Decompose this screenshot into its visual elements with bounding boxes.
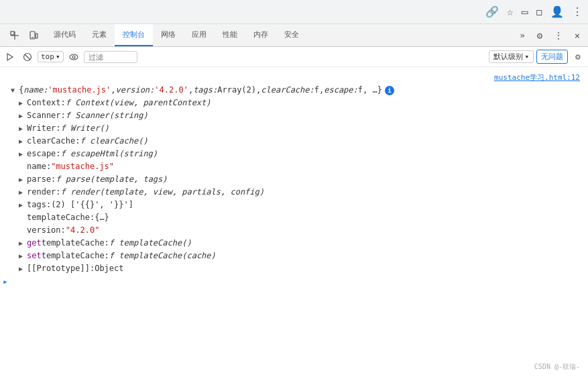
- expand-prototype-arrow[interactable]: ▶: [19, 264, 27, 274]
- profile-icon[interactable]: 👤: [550, 5, 564, 18]
- prop-prototype[interactable]: ▶ [[Prototype]]: Object: [0, 262, 588, 275]
- console-toolbar-right: 默认级别 ▾ 无问题 ⚙: [489, 50, 585, 64]
- prop-render[interactable]: ▶ render: f render(template, view, parti…: [0, 186, 588, 199]
- prop-version: version: "4.2.0": [0, 224, 588, 237]
- prop-scanner[interactable]: ▶ Scanner: f Scanner(string): [0, 109, 588, 122]
- device-toolbar-icon[interactable]: [25, 28, 42, 44]
- expand-root-arrow[interactable]: ▼: [11, 85, 19, 96]
- tab-application[interactable]: 应用: [184, 24, 215, 46]
- prop-context[interactable]: ▶ Context: f Context(view, parentContext…: [0, 97, 588, 109]
- devtools-settings-icon[interactable]: ⚙: [532, 28, 548, 44]
- clear-console-button[interactable]: [20, 50, 35, 64]
- prop-escape[interactable]: ▶ escape: f escapeHtml(string): [0, 148, 588, 160]
- share-icon[interactable]: 🔗: [485, 5, 499, 18]
- window-icon[interactable]: ◻: [536, 5, 542, 18]
- expand-context-arrow[interactable]: ▶: [19, 98, 27, 109]
- svg-rect-0: [11, 32, 14, 35]
- devtools-close-icon[interactable]: ×: [569, 28, 585, 44]
- devtools-left-icons: [3, 24, 46, 46]
- issues-button[interactable]: 无问题: [536, 50, 568, 64]
- devtools-more-options-icon[interactable]: ⋮: [550, 28, 567, 44]
- bookmark-icon[interactable]: ☆: [507, 5, 514, 18]
- console-content: mustache学习.html:12 ▼ { name: 'mustache.j…: [0, 67, 588, 377]
- expand-escape-arrow[interactable]: ▶: [19, 149, 27, 160]
- expand-writer-arrow[interactable]: ▶: [19, 123, 27, 134]
- svg-marker-6: [7, 54, 13, 60]
- prop-tags[interactable]: ▶ tags: (2) ['{{}', '}}']: [0, 199, 588, 211]
- devtools-right-controls: » ⚙ ⋮ ×: [516, 24, 588, 46]
- expand-parse-arrow[interactable]: ▶: [19, 174, 27, 185]
- svg-point-10: [72, 56, 75, 58]
- object-root[interactable]: ▼ { name: 'mustache.js' , version: '4.2.…: [0, 84, 588, 97]
- expand-tags-arrow[interactable]: ▶: [19, 200, 27, 211]
- expand-get-templatecache-arrow[interactable]: ▶: [19, 238, 27, 249]
- expand-clearcache-arrow[interactable]: ▶: [19, 136, 27, 147]
- tab-elements[interactable]: 元素: [84, 24, 115, 46]
- prop-writer[interactable]: ▶ Writer: f Writer(): [0, 122, 588, 135]
- eye-button[interactable]: [66, 50, 81, 64]
- console-settings-icon[interactable]: ⚙: [571, 50, 585, 64]
- inspect-element-icon[interactable]: [7, 28, 23, 44]
- expand-scanner-arrow[interactable]: ▶: [19, 111, 27, 121]
- tab-sources[interactable]: 源代码: [46, 24, 84, 46]
- prop-get-templatecache[interactable]: ▶ get templateCache: f templateCache(): [0, 237, 588, 250]
- svg-point-9: [70, 54, 78, 60]
- context-selector[interactable]: top ▾: [38, 51, 64, 62]
- log-level-selector[interactable]: 默认级别 ▾: [489, 50, 534, 63]
- svg-line-8: [25, 54, 30, 60]
- source-reference[interactable]: mustache学习.html:12: [0, 70, 588, 84]
- cast-icon[interactable]: ▭: [522, 5, 528, 18]
- prop-templatecache: templateCache: {…}: [0, 211, 588, 224]
- run-button[interactable]: [3, 50, 17, 64]
- tab-memory[interactable]: 内存: [245, 24, 276, 46]
- watermark: CSDN @-联瑞-: [534, 362, 580, 372]
- prop-clearcache[interactable]: ▶ clearCache: f clearCache(): [0, 135, 588, 148]
- console-cursor-line[interactable]: ▸: [0, 275, 588, 286]
- tab-performance[interactable]: 性能: [215, 24, 245, 46]
- tab-network[interactable]: 网络: [153, 24, 184, 46]
- menu-icon[interactable]: ⋮: [572, 5, 583, 18]
- devtools-tabs-bar: 源代码 元素 控制台 网络 应用 性能 内存 安全 » ⚙ ⋮ ×: [0, 24, 588, 47]
- console-toolbar: top ▾ 默认级别 ▾ 无问题 ⚙: [0, 47, 588, 67]
- expand-render-arrow[interactable]: ▶: [19, 187, 27, 198]
- info-icon[interactable]: i: [385, 86, 394, 95]
- prop-parse[interactable]: ▶ parse: f parse(template, tags): [0, 173, 588, 186]
- svg-rect-4: [36, 34, 38, 38]
- more-tabs-button[interactable]: »: [516, 30, 529, 40]
- prop-name: name: "mustache.js": [0, 160, 588, 173]
- tab-console[interactable]: 控制台: [115, 24, 153, 46]
- tab-security[interactable]: 安全: [276, 24, 307, 46]
- prop-set-templatecache[interactable]: ▶ set templateCache: f templateCache(cac…: [0, 250, 588, 262]
- expand-set-templatecache-arrow[interactable]: ▶: [19, 251, 27, 262]
- filter-input[interactable]: [84, 51, 137, 63]
- browser-toolbar: 🔗 ☆ ▭ ◻ 👤 ⋮: [0, 0, 588, 24]
